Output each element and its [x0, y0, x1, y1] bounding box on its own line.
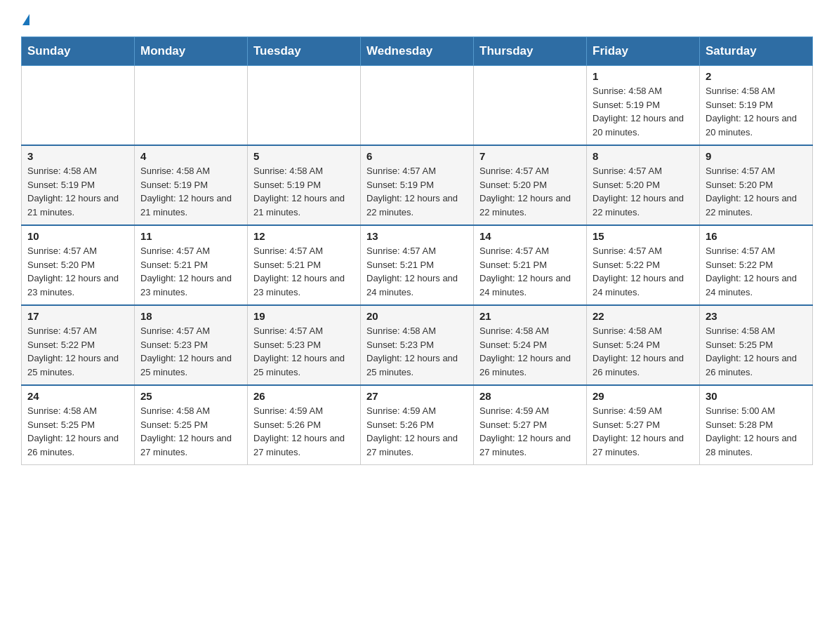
calendar-day-cell: [361, 66, 474, 146]
day-number: 13: [366, 230, 468, 242]
day-info: Sunrise: 4:59 AMSunset: 5:26 PMDaylight:…: [366, 404, 468, 459]
day-info: Sunrise: 4:58 AMSunset: 5:23 PMDaylight:…: [366, 324, 468, 379]
weekday-header-wednesday: Wednesday: [361, 37, 474, 66]
logo-triangle-icon: [22, 14, 29, 25]
day-info: Sunrise: 4:58 AMSunset: 5:19 PMDaylight:…: [593, 84, 694, 139]
calendar-day-cell: 17Sunrise: 4:57 AMSunset: 5:22 PMDayligh…: [22, 305, 135, 385]
day-info: Sunrise: 4:58 AMSunset: 5:19 PMDaylight:…: [253, 164, 355, 219]
day-info: Sunrise: 4:57 AMSunset: 5:19 PMDaylight:…: [366, 164, 468, 219]
day-info: Sunrise: 4:57 AMSunset: 5:21 PMDaylight:…: [479, 244, 581, 299]
day-info: Sunrise: 4:58 AMSunset: 5:25 PMDaylight:…: [140, 404, 241, 459]
day-info: Sunrise: 4:59 AMSunset: 5:27 PMDaylight:…: [593, 404, 694, 459]
day-info: Sunrise: 4:57 AMSunset: 5:23 PMDaylight:…: [140, 324, 241, 379]
day-number: 18: [140, 310, 241, 322]
calendar-day-cell: 10Sunrise: 4:57 AMSunset: 5:20 PMDayligh…: [22, 225, 135, 305]
calendar-day-cell: 23Sunrise: 4:58 AMSunset: 5:25 PMDayligh…: [700, 305, 813, 385]
day-info: Sunrise: 4:58 AMSunset: 5:24 PMDaylight:…: [593, 324, 694, 379]
day-number: 23: [706, 310, 807, 322]
calendar-day-cell: 22Sunrise: 4:58 AMSunset: 5:24 PMDayligh…: [587, 305, 700, 385]
day-number: 10: [27, 230, 128, 242]
calendar-week-row: 24Sunrise: 4:58 AMSunset: 5:25 PMDayligh…: [22, 385, 813, 465]
day-number: 26: [253, 390, 355, 402]
calendar-day-cell: 3Sunrise: 4:58 AMSunset: 5:19 PMDaylight…: [22, 145, 135, 225]
calendar-week-row: 1Sunrise: 4:58 AMSunset: 5:19 PMDaylight…: [22, 66, 813, 146]
calendar-day-cell: 11Sunrise: 4:57 AMSunset: 5:21 PMDayligh…: [135, 225, 248, 305]
day-info: Sunrise: 4:58 AMSunset: 5:19 PMDaylight:…: [27, 164, 128, 219]
weekday-header-tuesday: Tuesday: [248, 37, 361, 66]
calendar-week-row: 10Sunrise: 4:57 AMSunset: 5:20 PMDayligh…: [22, 225, 813, 305]
day-number: 25: [140, 390, 241, 402]
day-info: Sunrise: 4:57 AMSunset: 5:20 PMDaylight:…: [593, 164, 694, 219]
calendar-day-cell: 21Sunrise: 4:58 AMSunset: 5:24 PMDayligh…: [474, 305, 587, 385]
calendar-day-cell: 19Sunrise: 4:57 AMSunset: 5:23 PMDayligh…: [248, 305, 361, 385]
day-number: 24: [27, 390, 128, 402]
day-number: 12: [253, 230, 355, 242]
calendar-day-cell: 28Sunrise: 4:59 AMSunset: 5:27 PMDayligh…: [474, 385, 587, 465]
calendar-day-cell: 6Sunrise: 4:57 AMSunset: 5:19 PMDaylight…: [361, 145, 474, 225]
calendar-day-cell: 18Sunrise: 4:57 AMSunset: 5:23 PMDayligh…: [135, 305, 248, 385]
day-info: Sunrise: 4:57 AMSunset: 5:22 PMDaylight:…: [706, 244, 807, 299]
day-info: Sunrise: 4:57 AMSunset: 5:22 PMDaylight:…: [593, 244, 694, 299]
calendar-day-cell: 14Sunrise: 4:57 AMSunset: 5:21 PMDayligh…: [474, 225, 587, 305]
day-info: Sunrise: 4:57 AMSunset: 5:20 PMDaylight:…: [27, 244, 128, 299]
calendar-day-cell: 4Sunrise: 4:58 AMSunset: 5:19 PMDaylight…: [135, 145, 248, 225]
day-info: Sunrise: 4:57 AMSunset: 5:20 PMDaylight:…: [706, 164, 807, 219]
calendar-week-row: 3Sunrise: 4:58 AMSunset: 5:19 PMDaylight…: [22, 145, 813, 225]
calendar-day-cell: 13Sunrise: 4:57 AMSunset: 5:21 PMDayligh…: [361, 225, 474, 305]
calendar-day-cell: 27Sunrise: 4:59 AMSunset: 5:26 PMDayligh…: [361, 385, 474, 465]
calendar-day-cell: [474, 66, 587, 146]
day-number: 14: [479, 230, 581, 242]
calendar-day-cell: 5Sunrise: 4:58 AMSunset: 5:19 PMDaylight…: [248, 145, 361, 225]
day-number: 5: [253, 150, 355, 162]
day-number: 3: [27, 150, 128, 162]
page-header: [21, 14, 813, 25]
day-info: Sunrise: 4:57 AMSunset: 5:22 PMDaylight:…: [27, 324, 128, 379]
day-info: Sunrise: 5:00 AMSunset: 5:28 PMDaylight:…: [706, 404, 807, 459]
weekday-header-sunday: Sunday: [22, 37, 135, 66]
day-info: Sunrise: 4:58 AMSunset: 5:19 PMDaylight:…: [140, 164, 241, 219]
day-number: 6: [366, 150, 468, 162]
day-number: 22: [593, 310, 694, 322]
day-info: Sunrise: 4:57 AMSunset: 5:21 PMDaylight:…: [140, 244, 241, 299]
day-number: 17: [27, 310, 128, 322]
day-info: Sunrise: 4:57 AMSunset: 5:20 PMDaylight:…: [479, 164, 581, 219]
day-number: 2: [706, 70, 807, 82]
calendar-day-cell: 20Sunrise: 4:58 AMSunset: 5:23 PMDayligh…: [361, 305, 474, 385]
day-number: 29: [593, 390, 694, 402]
calendar-table: SundayMondayTuesdayWednesdayThursdayFrid…: [21, 36, 813, 465]
calendar-day-cell: 2Sunrise: 4:58 AMSunset: 5:19 PMDaylight…: [700, 66, 813, 146]
day-number: 27: [366, 390, 468, 402]
calendar-day-cell: 1Sunrise: 4:58 AMSunset: 5:19 PMDaylight…: [587, 66, 700, 146]
weekday-header-row: SundayMondayTuesdayWednesdayThursdayFrid…: [22, 37, 813, 66]
logo: [21, 14, 29, 25]
day-number: 7: [479, 150, 581, 162]
day-number: 9: [706, 150, 807, 162]
calendar-day-cell: [135, 66, 248, 146]
calendar-day-cell: 9Sunrise: 4:57 AMSunset: 5:20 PMDaylight…: [700, 145, 813, 225]
calendar-day-cell: 16Sunrise: 4:57 AMSunset: 5:22 PMDayligh…: [700, 225, 813, 305]
day-info: Sunrise: 4:57 AMSunset: 5:23 PMDaylight:…: [253, 324, 355, 379]
calendar-week-row: 17Sunrise: 4:57 AMSunset: 5:22 PMDayligh…: [22, 305, 813, 385]
weekday-header-friday: Friday: [587, 37, 700, 66]
day-info: Sunrise: 4:57 AMSunset: 5:21 PMDaylight:…: [366, 244, 468, 299]
day-info: Sunrise: 4:59 AMSunset: 5:26 PMDaylight:…: [253, 404, 355, 459]
day-number: 8: [593, 150, 694, 162]
day-number: 28: [479, 390, 581, 402]
calendar-day-cell: 24Sunrise: 4:58 AMSunset: 5:25 PMDayligh…: [22, 385, 135, 465]
day-number: 4: [140, 150, 241, 162]
day-number: 30: [706, 390, 807, 402]
day-info: Sunrise: 4:58 AMSunset: 5:25 PMDaylight:…: [27, 404, 128, 459]
day-number: 1: [593, 70, 694, 82]
day-number: 16: [706, 230, 807, 242]
day-info: Sunrise: 4:58 AMSunset: 5:19 PMDaylight:…: [706, 84, 807, 139]
day-number: 20: [366, 310, 468, 322]
day-info: Sunrise: 4:58 AMSunset: 5:24 PMDaylight:…: [479, 324, 581, 379]
calendar-day-cell: 30Sunrise: 5:00 AMSunset: 5:28 PMDayligh…: [700, 385, 813, 465]
day-number: 21: [479, 310, 581, 322]
weekday-header-saturday: Saturday: [700, 37, 813, 66]
calendar-day-cell: 15Sunrise: 4:57 AMSunset: 5:22 PMDayligh…: [587, 225, 700, 305]
calendar-day-cell: [248, 66, 361, 146]
weekday-header-monday: Monday: [135, 37, 248, 66]
calendar-day-cell: 29Sunrise: 4:59 AMSunset: 5:27 PMDayligh…: [587, 385, 700, 465]
calendar-day-cell: 26Sunrise: 4:59 AMSunset: 5:26 PMDayligh…: [248, 385, 361, 465]
